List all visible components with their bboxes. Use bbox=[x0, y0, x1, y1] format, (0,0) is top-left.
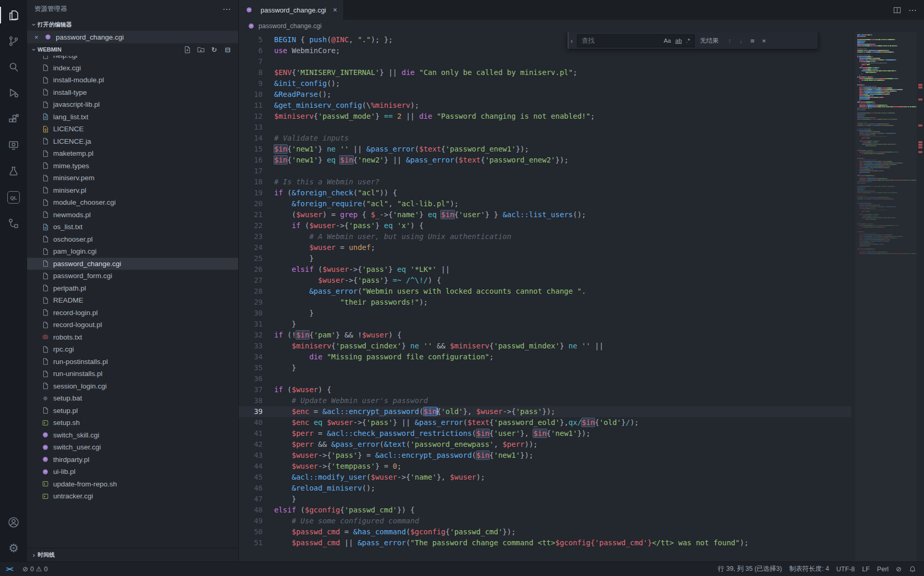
accounts-icon[interactable] bbox=[0, 509, 27, 535]
refresh-icon[interactable]: ↻ bbox=[210, 45, 218, 54]
code-line[interactable]: 44 $wuser->{'temppass'} = 0; bbox=[239, 461, 851, 472]
previous-match-icon[interactable]: ↑ bbox=[724, 37, 735, 45]
settings-gear-icon[interactable]: ⚙ bbox=[0, 535, 27, 561]
file-item[interactable]: setup.pl bbox=[27, 405, 238, 417]
overview-ruler[interactable] bbox=[917, 32, 924, 561]
file-item[interactable]: perlpath.pl bbox=[27, 282, 238, 295]
eol-status[interactable]: LF bbox=[858, 566, 873, 573]
code-line[interactable]: 27 $wuser->{'pass'} =~ /^\!/) { bbox=[239, 275, 851, 286]
file-item[interactable]: robots.txt bbox=[27, 331, 238, 344]
encoding-status[interactable]: UTF-8 bbox=[833, 566, 858, 573]
editor-more-actions-icon[interactable]: ⋯ bbox=[908, 5, 917, 15]
code-line[interactable]: 28 &pass_error("Webmin users with locked… bbox=[239, 286, 851, 297]
code-line[interactable]: 12$miniserv{'passwd_mode'} == 2 || die "… bbox=[239, 111, 851, 122]
file-item[interactable]: oschooser.pl bbox=[27, 233, 238, 246]
new-file-icon[interactable] bbox=[183, 45, 191, 54]
code-line[interactable]: 14# Validate inputs bbox=[239, 133, 851, 144]
close-tab-icon[interactable]: × bbox=[333, 6, 337, 14]
timeline-header[interactable]: › 时间线 bbox=[27, 548, 238, 561]
remote-explorer-icon[interactable] bbox=[0, 132, 27, 158]
code-line[interactable]: 18# Is this a Webmin user? bbox=[239, 177, 851, 187]
language-mode-status[interactable]: Perl bbox=[873, 566, 892, 573]
file-item[interactable]: session_login.cgi bbox=[27, 380, 238, 393]
file-item[interactable]: install-type bbox=[27, 86, 238, 99]
code-line[interactable]: 25 } bbox=[239, 253, 851, 264]
file-item[interactable]: module_chooser.cgi bbox=[27, 196, 238, 209]
minimap[interactable] bbox=[855, 32, 917, 561]
file-item[interactable]: javascript-lib.pl bbox=[27, 98, 238, 111]
notifications-bell-icon[interactable] bbox=[905, 566, 920, 573]
sidebar-more-actions-icon[interactable]: ⋯ bbox=[223, 4, 231, 14]
indentation-status[interactable]: 制表符长度: 4 bbox=[785, 565, 832, 573]
code-line[interactable]: 17 bbox=[239, 166, 851, 177]
code-line[interactable]: 33 $miniserv{'passwd_cindex'} ne '' && $… bbox=[239, 341, 851, 352]
explorer-icon[interactable] bbox=[0, 2, 27, 28]
code-line[interactable]: 19if (&foreign_check("acl")) { bbox=[239, 187, 851, 198]
file-item[interactable]: password_form.cgi bbox=[27, 270, 238, 282]
code-line[interactable]: 21 ($wuser) = grep { $_->{'name'} eq $in… bbox=[239, 209, 851, 220]
code-line[interactable]: 13 bbox=[239, 122, 851, 133]
file-item[interactable]: README bbox=[27, 294, 238, 307]
code-line[interactable]: 9&init_config(); bbox=[239, 78, 851, 89]
code-line[interactable]: 37if ($wuser) { bbox=[239, 384, 851, 395]
file-item[interactable]: index.cgi bbox=[27, 62, 238, 74]
testing-icon[interactable] bbox=[0, 158, 27, 184]
code-editor[interactable]: 5BEGIN { push(@INC, "."); };6use WebminC… bbox=[239, 32, 924, 561]
code-line[interactable]: 41 $perr = &acl::check_password_restrict… bbox=[239, 428, 851, 439]
file-item[interactable]: lang_list.txt bbox=[27, 111, 238, 123]
file-item[interactable]: setup.bat bbox=[27, 392, 238, 405]
code-line[interactable]: 45 &acl::modify_user($wuser->{'name'}, $… bbox=[239, 472, 851, 483]
file-item[interactable]: untracker.cgi bbox=[27, 490, 238, 503]
file-item[interactable]: os_list.txt bbox=[27, 221, 238, 233]
code-line[interactable]: 34 die "Missing password file configurat… bbox=[239, 352, 851, 362]
whole-word-button[interactable]: ab bbox=[673, 36, 684, 45]
file-item[interactable]: miniserv.pem bbox=[27, 172, 238, 184]
source-control-icon[interactable] bbox=[0, 28, 27, 54]
file-item[interactable]: record-logout.pl bbox=[27, 319, 238, 331]
folder-section-header[interactable]: › WEBMIN ↻ ⊟ bbox=[27, 43, 238, 56]
file-item[interactable]: mime.types bbox=[27, 160, 238, 172]
code-line[interactable]: 11&get_miniserv_config(\%miniserv); bbox=[239, 100, 851, 111]
file-item[interactable]: rpc.cgi bbox=[27, 343, 238, 356]
file-item[interactable]: run-postinstalls.pl bbox=[27, 356, 238, 368]
workflow-icon[interactable] bbox=[0, 210, 27, 236]
file-item[interactable]: install-module.pl bbox=[27, 74, 238, 86]
file-item[interactable]: miniserv.pl bbox=[27, 184, 238, 197]
search-icon[interactable] bbox=[0, 54, 27, 80]
code-line[interactable]: 30 } bbox=[239, 308, 851, 319]
regex-button[interactable]: .* bbox=[684, 36, 692, 45]
open-editor-item[interactable]: ×password_change.cgi bbox=[27, 31, 238, 43]
file-item[interactable]: switch_user.cgi bbox=[27, 441, 238, 454]
code-line[interactable]: 46 &reload_miniserv(); bbox=[239, 483, 851, 494]
file-item[interactable]: switch_skill.cgi bbox=[27, 429, 238, 442]
file-item[interactable]: newmods.pl bbox=[27, 209, 238, 221]
match-case-button[interactable]: Aa bbox=[661, 36, 673, 45]
close-editor-icon[interactable]: × bbox=[34, 33, 44, 41]
remote-indicator-icon[interactable]: >< bbox=[0, 562, 19, 576]
extensions-icon[interactable] bbox=[0, 106, 27, 132]
file-item[interactable]: LICENCE.ja bbox=[27, 135, 238, 148]
split-editor-icon[interactable] bbox=[893, 6, 901, 14]
run-debug-icon[interactable] bbox=[0, 80, 27, 106]
code-line[interactable]: 22 if ($wuser->{'pass'} eq 'x') { bbox=[239, 220, 851, 231]
code-line[interactable]: 20 &foreign_require("acl", "acl-lib.pl")… bbox=[239, 198, 851, 209]
file-item[interactable]: run-uninstalls.pl bbox=[27, 368, 238, 380]
file-item[interactable]: setup.sh bbox=[27, 417, 238, 429]
code-line[interactable]: 48elsif ($gconfig{'passwd_cmd'}) { bbox=[239, 505, 851, 516]
file-item[interactable]: password_change.cgi bbox=[27, 258, 238, 270]
code-line[interactable]: 40 $enc eq $wuser->{'pass'} || &pass_err… bbox=[239, 417, 851, 428]
tab-password-change[interactable]: password_change.cgi × bbox=[239, 0, 344, 20]
code-line[interactable]: 26 elsif ($wuser->{'pass'} eq '*LK*' || bbox=[239, 264, 851, 275]
code-line[interactable]: 50 $passwd_cmd = &has_command($gconfig{'… bbox=[239, 527, 851, 537]
code-line[interactable]: 15$in{'new1'} ne '' || &pass_error($text… bbox=[239, 144, 851, 155]
file-item[interactable]: ui-lib.pl bbox=[27, 466, 238, 478]
breadcrumb[interactable]: password_change.cgi bbox=[239, 20, 924, 32]
code-line[interactable]: 36 bbox=[239, 373, 851, 384]
file-item[interactable]: update-from-repo.sh bbox=[27, 478, 238, 491]
code-line[interactable]: 39 $enc = &acl::encrypt_password($in{'ol… bbox=[239, 406, 851, 417]
code-line[interactable]: 24 $wuser = undef; bbox=[239, 242, 851, 253]
code-line[interactable]: 10&ReadParse(); bbox=[239, 89, 851, 100]
file-item[interactable]: maketemp.pl bbox=[27, 147, 238, 160]
code-line[interactable]: 38 # Update Webmin user's password bbox=[239, 395, 851, 406]
next-match-icon[interactable]: ↓ bbox=[735, 37, 747, 45]
